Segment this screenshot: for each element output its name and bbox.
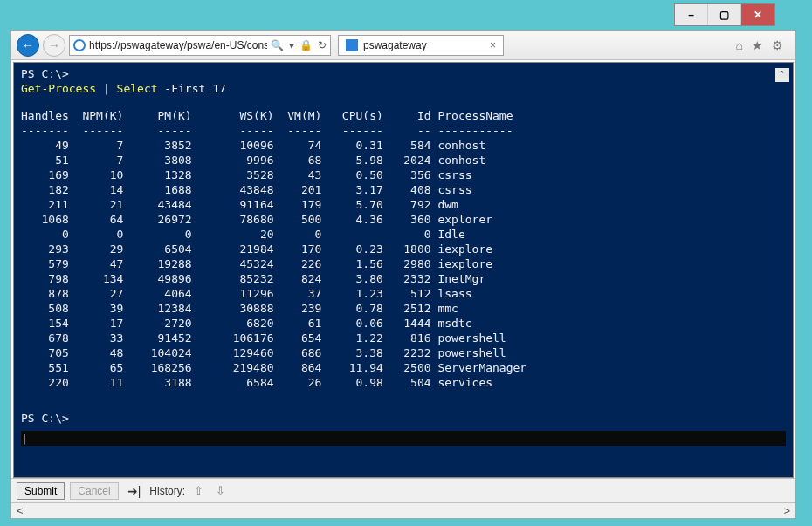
scroll-left-icon[interactable]: < — [17, 504, 24, 517]
history-label: History: — [149, 485, 185, 497]
ie-icon — [73, 39, 86, 51]
nav-bar: ← → https://pswagateway/pswa/en-US/conso… — [11, 31, 795, 60]
address-bar[interactable]: https://pswagateway/pswa/en-US/conso 🔍 ▾… — [69, 35, 331, 56]
browser-tab[interactable]: pswagateway × — [338, 35, 504, 56]
nav-back-button[interactable]: ← — [17, 34, 39, 57]
dropdown-icon[interactable]: ▾ — [289, 39, 294, 51]
submit-button[interactable]: Submit — [17, 482, 65, 500]
tab-favicon-icon — [346, 39, 358, 51]
address-url: https://pswagateway/pswa/en-US/conso — [89, 39, 267, 51]
browser-window: ← → https://pswagateway/pswa/en-US/conso… — [10, 30, 796, 519]
tab-title: pswagateway — [363, 39, 485, 51]
arg-17: 17 — [212, 82, 226, 95]
gear-icon[interactable]: ⚙ — [772, 38, 783, 52]
param-first: -First — [158, 82, 213, 95]
search-icon[interactable]: 🔍 — [271, 39, 284, 51]
prompt-line-2: PS C:\> — [21, 411, 786, 426]
page-content: ˄ PS C:\> Get-Process | Select -First 17… — [11, 60, 795, 518]
prompt-prefix-2: PS C:\> — [21, 412, 69, 425]
history-down-icon[interactable]: ⇩ — [212, 484, 229, 497]
pipe: | — [96, 82, 116, 95]
prompt-prefix: PS C:\> — [21, 67, 69, 80]
process-table: Handles NPM(K) PM(K) WS(K) VM(M) CPU(s) … — [21, 108, 786, 390]
lock-icon: 🔒 — [299, 39, 313, 51]
cancel-button: Cancel — [70, 482, 118, 500]
minimize-button[interactable]: – — [675, 4, 708, 25]
window-controls: – ▢ ✕ — [674, 3, 775, 26]
scroll-up-icon[interactable]: ˄ — [775, 68, 789, 82]
tab-complete-icon[interactable]: ➜| — [124, 484, 145, 498]
cmdlet-getprocess: Get-Process — [21, 82, 96, 95]
command-line: Get-Process | Select -First 17 — [21, 81, 786, 96]
home-icon[interactable]: ⌂ — [736, 38, 743, 52]
console-toolbar: Submit Cancel ➜| History: ⇧ ⇩ — [11, 478, 795, 502]
input-line[interactable]: | — [21, 431, 786, 446]
address-tools: 🔍 ▾ 🔒 ↻ — [271, 39, 327, 51]
maximize-button[interactable]: ▢ — [708, 4, 741, 25]
powershell-console[interactable]: ˄ PS C:\> Get-Process | Select -First 17… — [13, 62, 794, 478]
browser-tools: ⌂ ★ ⚙ — [736, 38, 790, 52]
prompt-line-1: PS C:\> — [21, 66, 786, 81]
cursor: | — [21, 432, 28, 445]
refresh-icon[interactable]: ↻ — [318, 39, 327, 51]
nav-forward-button[interactable]: → — [43, 34, 65, 57]
cmdlet-select: Select — [117, 82, 158, 95]
tab-close-icon[interactable]: × — [490, 39, 496, 51]
history-up-icon[interactable]: ⇧ — [190, 484, 207, 497]
scroll-right-icon[interactable]: > — [783, 504, 790, 517]
close-button[interactable]: ✕ — [741, 4, 774, 25]
horizontal-scrollbar[interactable]: < > — [11, 502, 795, 518]
favorites-icon[interactable]: ★ — [752, 38, 763, 52]
